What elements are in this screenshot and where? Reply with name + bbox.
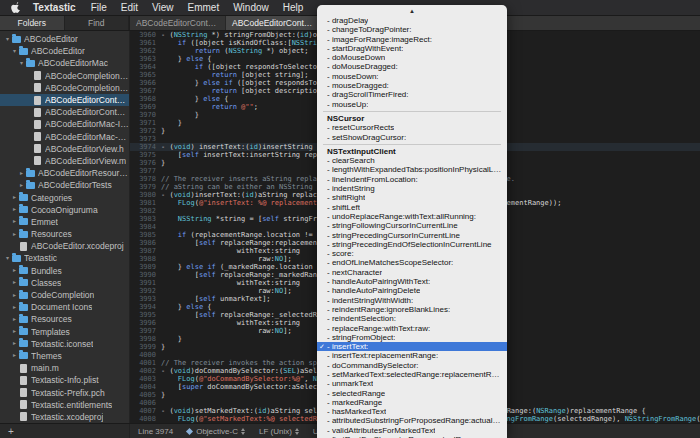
menu-item[interactable]: - indentStringWithWidth: [317,296,507,305]
disclosure-triangle[interactable]: ▸ [11,194,18,201]
tree-item[interactable]: ABCodeEditorView.m [0,155,129,167]
sidebar-tab-find[interactable]: Find [65,16,130,30]
menu-item[interactable]: - validAttributesForMarkedText [317,426,507,435]
disclosure-triangle[interactable]: ▾ [4,255,11,262]
menu-item[interactable]: - markedRange [317,398,507,407]
menu-item[interactable]: - dragDelay [317,16,507,25]
menu-item[interactable]: - hasMarkedText [317,407,507,416]
disclosure-triangle[interactable]: ▸ [11,316,18,323]
menu-item[interactable]: - clearSearch [317,156,507,165]
menu-item[interactable]: - setMarkedText:selectedRange:replacemen… [317,370,507,379]
menu-item[interactable]: - attributedSubstringForProposedRange:ac… [317,416,507,425]
tree-item[interactable]: ▾Textastic [0,252,129,264]
status-selector[interactable]: Objective-C [187,427,245,436]
menu-item-file[interactable]: File [84,2,114,13]
tree-item[interactable]: ▾ABCodeEditor [0,33,129,45]
menu-item-edit[interactable]: Edit [114,2,145,13]
menu-item[interactable]: - changeToDragPointer: [317,25,507,34]
tree-item[interactable]: ABCodeEditorMac-Info.plist [0,118,129,130]
tree-item[interactable]: Textastic-Prefix.pch [0,386,129,398]
menu-item[interactable]: - mouseDown: [317,72,507,81]
disclosure-triangle[interactable]: ▾ [11,48,18,55]
disclosure-triangle[interactable]: ▸ [18,170,25,177]
menu-item[interactable]: - handleAutoPairingDelete [317,286,507,295]
tree-item[interactable]: ABCodeCompletionViewMac.m [0,82,129,94]
tree-item[interactable]: ▸ABCodeEditorTests [0,179,129,191]
disclosure-triangle[interactable]: ▸ [11,218,18,225]
tree-item[interactable]: Textastic.xcodeproj [0,411,129,423]
apple-menu[interactable] [10,1,21,14]
tree-item[interactable]: ▸Themes [0,350,129,362]
menu-item[interactable]: - doMouseDown [317,53,507,62]
tree-item[interactable]: main.m [0,362,129,374]
tree-item[interactable]: ▸Categories [0,191,129,203]
tree-item[interactable]: ▸Document Icons [0,301,129,313]
menu-item[interactable]: - reindentRange:ignoreBlankLines: [317,305,507,314]
tree-item[interactable]: ▸CocoaOniguruma [0,204,129,216]
sidebar-tab-folders[interactable]: Folders [0,16,65,30]
menu-item[interactable]: - mouseDragged: [317,81,507,90]
tree-item[interactable]: ▸ABCodeEditorResources [0,167,129,179]
menu-item[interactable]: - endOfLineMatchesScopeSelector: [317,258,507,267]
menu-item[interactable]: - stringFollowingCursorInCurrentLine [317,221,507,230]
menu-item-emmet[interactable]: Emmet [180,2,226,13]
tree-item[interactable]: ▾ABCodeEditor [0,45,129,57]
disclosure-triangle[interactable]: ▾ [4,36,11,43]
document-tab[interactable]: ABCodeEditorContentView.m [130,16,226,30]
menu-item[interactable]: - shiftRight [317,193,507,202]
disclosure-triangle[interactable]: ▸ [11,328,18,335]
tree-item[interactable]: ABCodeEditorView.h [0,143,129,155]
tree-item[interactable]: ABCodeEditorContentView.h [0,94,129,106]
menu-item[interactable]: - lengthWithExpandedTabs:positionInPhysi… [317,165,507,174]
menu-item[interactable]: - setShowDragCursor: [317,133,507,142]
menu-item[interactable]: - resetCursorRects [317,123,507,132]
disclosure-triangle[interactable]: ▸ [11,267,18,274]
disclosure-triangle[interactable]: ▸ [11,206,18,213]
menu-item[interactable]: - stringPrecedingCursorInCurrentLine [317,231,507,240]
menu-item[interactable]: - stringFromObject: [317,333,507,342]
tree-item[interactable]: ABCodeEditorMac-Prefix.pch [0,131,129,143]
document-tab[interactable]: ABCodeEditorContentView.h [226,16,322,30]
tree-item[interactable]: ▸Classes [0,277,129,289]
menu-item[interactable]: - unmarkText [317,379,507,388]
menu-item-textastic[interactable]: Textastic [25,2,84,13]
tree-item[interactable]: ABCodeCompletionViewMac.h [0,70,129,82]
tree-item[interactable]: ABCodeEditorContentView.m [0,106,129,118]
menu-item[interactable]: - handleAutoPairingWithText: [317,277,507,286]
menu-item-window[interactable]: Window [226,2,276,13]
tree-item[interactable]: ▸Templates [0,326,129,338]
menu-item[interactable]: - shiftLeft [317,203,507,212]
menu-item[interactable]: - dragScrollTimerFired: [317,90,507,99]
menu-item[interactable]: - doMouseDragged: [317,62,507,71]
tree-item[interactable]: ▸Textastic.iconset [0,338,129,350]
menu-item[interactable]: - mouseUp: [317,100,507,109]
status-selector[interactable]: LF (Unix) [259,427,299,436]
menu-item[interactable]: - lineIndentFromLocation: [317,175,507,184]
tree-item[interactable]: ▸Resources [0,313,129,325]
menu-item[interactable]: ✓- insertText: [317,342,507,351]
disclosure-triangle[interactable]: ▸ [18,182,25,189]
tree-item[interactable]: Textastic.entitlements [0,399,129,411]
menu-item[interactable]: - replaceRange:withText:raw: [317,324,507,333]
tree-item[interactable]: ABCodeEditor.xcodeproj [0,240,129,252]
disclosure-triangle[interactable]: ▸ [11,352,18,359]
menu-item[interactable]: - stringPrecedingEndOfSelectionInCurrent… [317,240,507,249]
menu-item[interactable]: - indentString [317,184,507,193]
disclosure-triangle[interactable]: ▸ [11,292,18,299]
tree-item[interactable]: ▸Resources [0,228,129,240]
tree-item[interactable]: ▸Bundles [0,265,129,277]
disclosure-triangle[interactable]: ▸ [11,340,18,347]
menu-item[interactable]: - doCommandBySelector: [317,361,507,370]
menu-item[interactable]: - reindentSelection: [317,314,507,323]
menu-item[interactable]: - undoReplaceRange:withText:allRunning: [317,212,507,221]
menu-item-view[interactable]: View [145,2,181,13]
add-button[interactable]: + [0,426,22,437]
scroll-up-icon[interactable]: ▲ [317,7,507,16]
disclosure-triangle[interactable]: ▸ [11,304,18,311]
menu-item[interactable]: - selectedRange [317,389,507,398]
menu-item[interactable]: - insertText:replacementRange: [317,351,507,360]
menu-item[interactable]: - startDragWithEvent: [317,44,507,53]
disclosure-triangle[interactable]: ▸ [11,279,18,286]
menu-item[interactable]: - imageForRange:imageRect: [317,35,507,44]
disclosure-triangle[interactable]: ▾ [18,60,25,67]
